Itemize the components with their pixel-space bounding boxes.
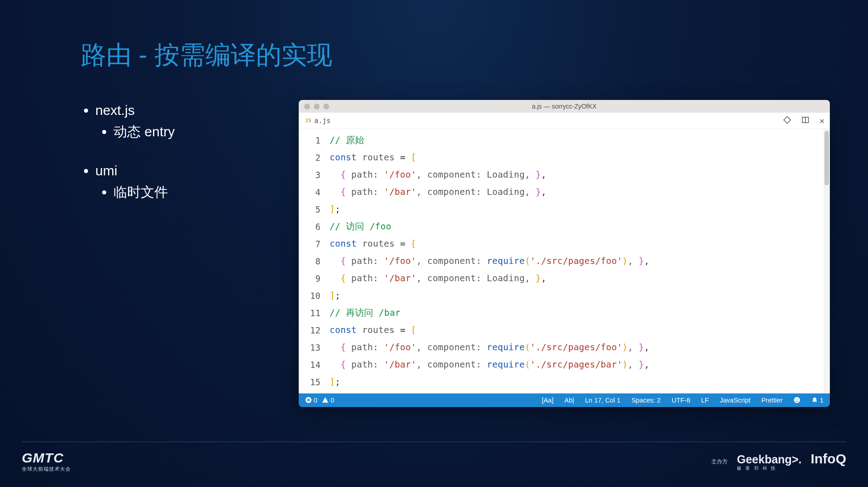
statusbar-item[interactable]: [Aa] [542, 397, 553, 404]
svg-point-4 [795, 399, 796, 400]
statusbar-item[interactable]: JavaScript [720, 397, 750, 404]
bullet-item: next.js动态 entry [95, 100, 271, 142]
close-icon[interactable]: ✕ [819, 116, 824, 125]
bullet-list: next.js动态 entryumi临时文件 [81, 100, 271, 407]
errors-count[interactable]: 0 [305, 397, 317, 404]
geekbang-sub: 极 客 邦 科 技 [737, 465, 801, 472]
geekbang-logo: Geekbang>. [737, 453, 801, 466]
svg-point-3 [794, 397, 800, 403]
gmtc-subtitle: 全球大前端技术大会 [22, 466, 71, 472]
gmtc-logo: GMTC [22, 450, 71, 466]
statusbar-item[interactable]: Ln 17, Col 1 [585, 397, 621, 404]
feedback-icon[interactable] [794, 397, 800, 404]
tab-filename[interactable]: a.js [314, 117, 330, 125]
statusbar: 0 0 [Aa]Ab|Ln 17, Col 1Spaces: 2UTF-8LFJ… [299, 393, 830, 407]
sponsor-label: 主办方 [711, 458, 728, 466]
bullet-subitem: 临时文件 [113, 182, 271, 203]
svg-point-5 [798, 399, 799, 400]
code-editor-window: a.js — sorrycc-ZyOfKX JS a.js ✕ 12345678… [299, 100, 830, 407]
scrollbar[interactable] [824, 129, 830, 393]
statusbar-item[interactable]: Spaces: 2 [631, 397, 661, 404]
bullet-subitem: 动态 entry [113, 121, 271, 143]
notifications-icon[interactable]: 1 [811, 397, 824, 404]
warnings-count[interactable]: 0 [322, 397, 334, 404]
window-title: a.js — sorrycc-ZyOfKX [299, 103, 830, 110]
bullet-item: umi临时文件 [95, 160, 271, 203]
statusbar-item[interactable]: UTF-8 [671, 397, 690, 404]
slide-title: 路由 - 按需编译的实现 [0, 0, 868, 73]
file-type-badge: JS [305, 118, 311, 124]
git-compare-icon[interactable] [783, 116, 791, 126]
line-gutter: 123456789101112131415 [299, 132, 330, 391]
infoq-logo: InfoQ [811, 451, 846, 467]
layout-panels-icon[interactable] [801, 116, 809, 126]
editor-tabbar: JS a.js ✕ [299, 113, 830, 129]
window-titlebar: a.js — sorrycc-ZyOfKX [299, 100, 830, 113]
scrollbar-thumb[interactable] [824, 131, 829, 185]
statusbar-item[interactable]: LF [701, 397, 709, 404]
code-content[interactable]: // 原始const routes = [ { path: '/foo', co… [330, 132, 650, 391]
statusbar-item[interactable]: Prettier [761, 397, 783, 404]
statusbar-item[interactable]: Ab| [564, 397, 574, 404]
slide-footer: GMTC 全球大前端技术大会 主办方 Geekbang>. 极 客 邦 科 技 … [22, 442, 846, 472]
